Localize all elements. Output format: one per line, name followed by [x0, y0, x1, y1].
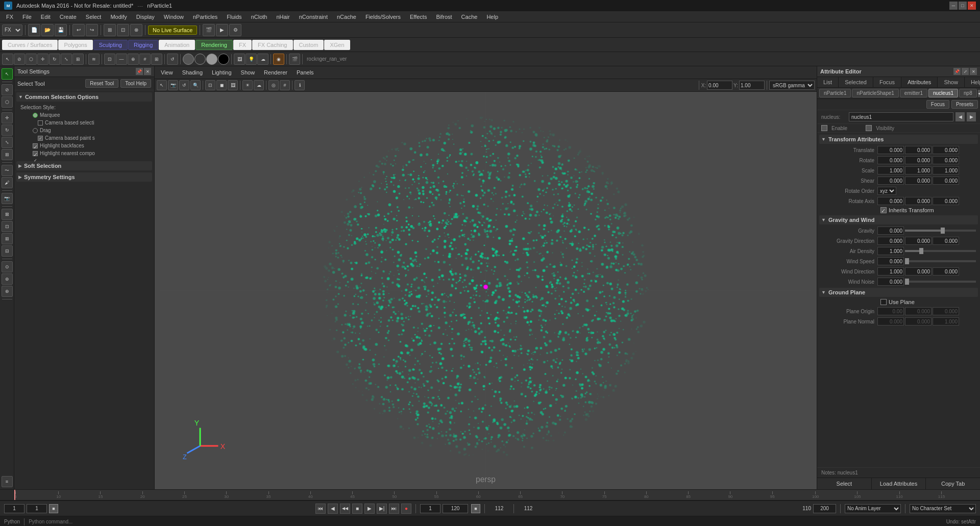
view-cube-1-btn[interactable]: ⊠: [2, 209, 13, 220]
black-sphere-btn[interactable]: [218, 54, 229, 65]
smooth-sphere-btn[interactable]: [206, 54, 217, 65]
gravity-input[interactable]: [877, 227, 904, 235]
common-selection-header[interactable]: ▼ Common Selection Options: [16, 92, 152, 102]
lasso-tool-btn[interactable]: ⊘: [2, 84, 13, 95]
maximize-btn[interactable]: □: [959, 2, 967, 10]
node-tab-emitter1[interactable]: emitter1: [900, 89, 927, 97]
vp-select-btn[interactable]: ↖: [157, 80, 167, 90]
attr-load-attributes-btn[interactable]: Load Attributes: [872, 478, 926, 489]
undo-btn[interactable]: ↩: [72, 24, 85, 36]
module-curves-surfaces[interactable]: Curves / Surfaces: [2, 40, 58, 50]
viewport-main[interactable]: X Y Z persp: [155, 92, 817, 489]
vp-zoom-btn[interactable]: 🔍: [190, 80, 201, 90]
step-back-btn[interactable]: ◀: [328, 504, 338, 514]
attr-tab-show[interactable]: Show: [938, 77, 965, 87]
move-tool-btn[interactable]: ✛: [2, 112, 13, 123]
presets-btn[interactable]: Presets: [951, 100, 978, 109]
camera-paint-checkbox[interactable]: [38, 136, 43, 141]
menu-window[interactable]: Window: [160, 13, 188, 21]
bottom-tool-btn[interactable]: ≡: [2, 476, 13, 487]
symmetry-settings-header[interactable]: ▶ Symmetry Settings: [16, 172, 152, 182]
minimize-btn[interactable]: ─: [949, 2, 958, 10]
lasso-tool-btn[interactable]: ⊘: [14, 54, 25, 65]
highlight-backfaces-checkbox[interactable]: ✓: [33, 143, 38, 148]
render-settings-btn[interactable]: ⚙: [229, 24, 241, 36]
snap-edge-btn[interactable]: —: [116, 54, 127, 65]
scale-y-input[interactable]: [905, 166, 932, 174]
vp-wireframe-btn[interactable]: ⊡: [205, 80, 215, 90]
skip-to-start-btn[interactable]: ⏮: [315, 504, 326, 514]
gravity-slider-thumb[interactable]: [941, 228, 945, 234]
soft-modify-btn[interactable]: ≋: [88, 54, 100, 65]
menu-fields[interactable]: Fields/Solvers: [361, 13, 405, 21]
attr-tab-selected[interactable]: Selected: [839, 77, 873, 87]
module-xgen[interactable]: XGen: [324, 40, 350, 50]
reset-tool-btn[interactable]: Reset Tool: [85, 79, 118, 88]
paint-tool-btn[interactable]: 🖌: [2, 177, 13, 188]
gravity-dir-x-input[interactable]: [877, 237, 904, 245]
inherits-transform-checkbox[interactable]: ✓: [880, 207, 887, 213]
node-tab-nucleus1[interactable]: nucleus1: [928, 89, 958, 97]
transform-section-header[interactable]: ▼ Transform Attributes: [819, 135, 978, 144]
view-cube-4-btn[interactable]: ⊟: [2, 245, 13, 257]
play-forward-btn[interactable]: ▶: [364, 504, 375, 514]
vp-texture-btn[interactable]: 🖼: [228, 80, 238, 90]
view-cube-3-btn[interactable]: ⊞: [2, 233, 13, 244]
node-tab-nparticleshape1[interactable]: nParticleShape1: [852, 89, 898, 97]
translate-z-input[interactable]: [933, 146, 959, 154]
current-frame-input[interactable]: [4, 504, 24, 513]
air-density-slider[interactable]: [905, 250, 976, 252]
wind-noise-slider[interactable]: [905, 281, 976, 283]
menu-ncache[interactable]: nCache: [333, 13, 360, 21]
camera-tools-btn[interactable]: 📷: [2, 193, 13, 204]
rotate-axis-z-input[interactable]: [933, 197, 959, 205]
menu-nparticles[interactable]: nParticles: [189, 13, 222, 21]
curve-tool-btn[interactable]: 〜: [2, 165, 13, 176]
playback-start-input[interactable]: [420, 504, 440, 513]
scale-z-input[interactable]: [933, 166, 959, 174]
wind-noise-slider-thumb[interactable]: [905, 279, 909, 285]
snap-to-grid-btn[interactable]: ⊡: [117, 24, 129, 36]
gravity-dir-y-input[interactable]: [905, 237, 932, 245]
air-density-input[interactable]: [877, 247, 904, 255]
wind-dir-x-input[interactable]: [877, 267, 904, 275]
scale-x-input[interactable]: [877, 166, 904, 174]
translate-y-input[interactable]: [905, 146, 932, 154]
record-btn[interactable]: ●: [401, 504, 411, 514]
attr-tab-attributes[interactable]: Attributes: [901, 77, 938, 87]
attr-tab-focus[interactable]: Focus: [873, 77, 901, 87]
air-density-slider-thumb[interactable]: [919, 248, 923, 254]
node-name-nav-btn-2[interactable]: ▶: [967, 112, 976, 121]
menu-fx[interactable]: FX: [2, 13, 17, 21]
snap-grid-btn[interactable]: #: [139, 54, 151, 65]
current-frame-display-input[interactable]: [27, 504, 47, 513]
play-back-btn[interactable]: ◀◀: [340, 504, 350, 514]
select-tool-btn[interactable]: ↖: [2, 68, 13, 80]
skip-to-end-btn[interactable]: ⏭: [389, 504, 399, 514]
sphere-shading-btn[interactable]: [183, 54, 194, 65]
menu-edit[interactable]: Edit: [37, 13, 55, 21]
plane-normal-y-input[interactable]: [905, 317, 932, 325]
vp-isolate-btn[interactable]: ◎: [268, 80, 279, 90]
step-forward-btn[interactable]: ▶|: [377, 504, 387, 514]
menu-cache[interactable]: Cache: [457, 13, 482, 21]
plane-origin-z-input[interactable]: [933, 307, 959, 315]
rotate-y-input[interactable]: [905, 156, 932, 164]
attr-pin-btn[interactable]: 📌: [953, 68, 961, 75]
vp-menu-renderer[interactable]: Renderer: [260, 68, 291, 77]
module-rigging[interactable]: Rigging: [128, 40, 158, 50]
attr-copy-tab-btn[interactable]: Copy Tab: [926, 478, 980, 489]
attr-expand-btn[interactable]: ⤢: [962, 68, 969, 75]
color-profile-select[interactable]: sRGB gamma: [769, 81, 815, 90]
render-icon-btn[interactable]: 🎬: [289, 54, 300, 65]
redo-btn[interactable]: ↪: [86, 24, 98, 36]
extra-tool-1-btn[interactable]: ⊙: [2, 261, 13, 272]
menu-help[interactable]: Help: [482, 13, 502, 21]
shear-x-input[interactable]: [877, 177, 904, 185]
translate-x-input[interactable]: [877, 146, 904, 154]
enable-checkbox[interactable]: [821, 125, 827, 131]
wind-speed-input[interactable]: [877, 257, 904, 265]
no-live-surface-btn[interactable]: No Live Surface: [148, 26, 197, 35]
rotate-tool-btn[interactable]: ↻: [49, 54, 60, 65]
gravity-slider[interactable]: [905, 230, 976, 232]
